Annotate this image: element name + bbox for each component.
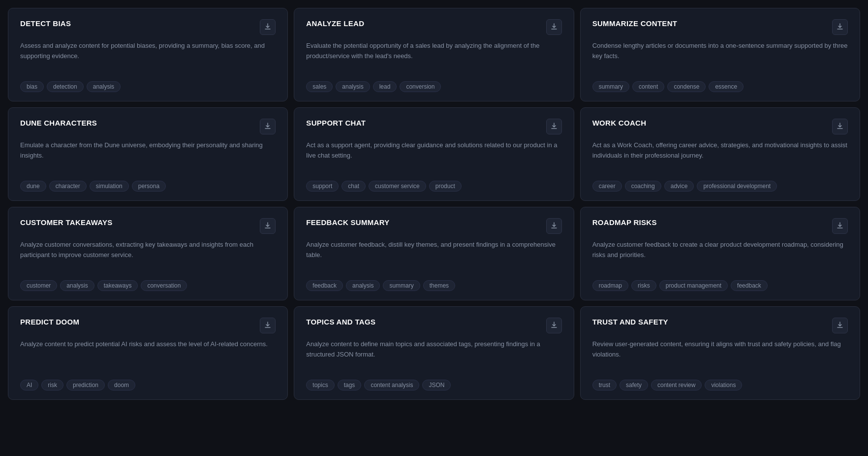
card-description: Analyze content to predict potential AI … [20,339,276,372]
card-title: ROADMAP RISKS [592,218,657,227]
card-tags: supportchatcustomer serviceproduct [306,181,561,192]
download-icon [837,322,843,330]
tag: product [429,181,462,192]
download-icon [264,222,271,230]
tag: feedback [306,280,343,291]
download-icon [837,123,843,131]
card-topics-and-tags: TOPICS AND TAGS Analyze content to defin… [294,306,574,400]
download-button[interactable] [832,218,848,234]
card-description: Act as a support agent, providing clear … [306,140,561,173]
card-description: Evaluate the potential opportunity of a … [306,41,561,73]
card-tags: customeranalysistakeawaysconversation [20,280,276,291]
tag: chat [341,181,366,192]
card-predict-doom: PREDICT DOOM Analyze content to predict … [8,306,288,400]
tag: sales [306,81,333,92]
download-button[interactable] [260,318,276,333]
tag: themes [423,280,455,291]
tag: content review [651,380,702,391]
card-title: CUSTOMER TAKEAWAYS [20,218,113,227]
card-detect-bias: DETECT BIAS Assess and analyze content f… [8,8,288,101]
card-title: PREDICT DOOM [20,318,79,326]
tag: risks [631,280,656,291]
download-button[interactable] [260,218,276,234]
tag: topics [306,380,334,391]
card-description: Act as a Work Coach, offering career adv… [592,140,848,173]
card-header: DETECT BIAS [20,19,276,35]
download-icon [551,123,558,131]
card-title: DETECT BIAS [20,19,71,28]
tag: analysis [346,280,380,291]
tag: trust [592,380,617,391]
cards-grid: DETECT BIAS Assess and analyze content f… [8,8,860,400]
download-icon [837,222,843,230]
download-button[interactable] [832,318,848,333]
card-analyze-lead: ANALYZE LEAD Evaluate the potential oppo… [294,8,574,101]
card-tags: summarycontentcondenseessence [592,81,848,92]
download-icon [837,23,843,32]
card-description: Review user-generated content, ensuring … [592,339,848,372]
download-button[interactable] [546,119,562,134]
card-tags: feedbackanalysissummarythemes [306,280,561,291]
card-feedback-summary: FEEDBACK SUMMARY Analyze customer feedba… [294,207,574,300]
tag: summary [592,81,629,92]
card-title: ANALYZE LEAD [306,19,364,28]
card-title: WORK COACH [592,119,647,127]
card-description: Analyze customer feedback to create a cl… [592,240,848,272]
tag: product management [659,280,728,291]
tag: advice [664,181,694,192]
card-title: TRUST AND SAFETY [592,318,668,326]
card-title: DUNE CHARACTERS [20,119,97,127]
card-description: Analyze content to define main topics an… [306,339,561,372]
card-description: Assess and analyze content for potential… [20,41,276,73]
tag: analysis [87,81,121,92]
card-header: SUMMARIZE CONTENT [592,19,848,35]
download-button[interactable] [832,19,848,35]
card-header: TOPICS AND TAGS [306,318,561,333]
card-tags: careercoachingadviceprofessional develop… [592,181,848,192]
tag: essence [709,81,744,92]
card-tags: roadmaprisksproduct managementfeedback [592,280,848,291]
tag: analysis [60,280,94,291]
card-dune-characters: DUNE CHARACTERS Emulate a character from… [8,107,288,201]
card-work-coach: WORK COACH Act as a Work Coach, offering… [580,107,860,201]
tag: customer [20,280,57,291]
card-title: FEEDBACK SUMMARY [306,218,389,227]
tag: content [632,81,664,92]
tag: professional development [697,181,777,192]
download-button[interactable] [260,119,276,134]
download-button[interactable] [546,318,562,333]
download-button[interactable] [260,19,276,35]
tag: career [592,181,622,192]
tag: analysis [336,81,370,92]
tag: conversion [400,81,441,92]
tag: detection [47,81,84,92]
card-trust-and-safety: TRUST AND SAFETY Review user-generated c… [580,306,860,400]
download-icon [551,222,558,230]
card-roadmap-risks: ROADMAP RISKS Analyze customer feedback … [580,207,860,300]
download-button[interactable] [832,119,848,134]
tag: simulation [90,181,129,192]
tag: safety [620,380,648,391]
tag: risk [41,380,63,391]
card-description: Emulate a character from the Dune univer… [20,140,276,173]
card-title: SUPPORT CHAT [306,119,366,127]
card-tags: salesanalysisleadconversion [306,81,561,92]
card-description: Analyze customer feedback, distill key t… [306,240,561,272]
tag: persona [132,181,166,192]
download-icon [551,322,558,330]
card-header: SUPPORT CHAT [306,119,561,134]
card-tags: topicstagscontent analysisJSON [306,380,561,391]
card-description: Analyze customer conversations, extracti… [20,240,276,272]
card-header: CUSTOMER TAKEAWAYS [20,218,276,234]
tag: summary [383,280,420,291]
tag: AI [20,380,38,391]
download-button[interactable] [546,19,562,35]
tag: feedback [731,280,768,291]
tag: content analysis [364,380,419,391]
download-button[interactable] [546,218,562,234]
card-description: Condense lengthy articles or documents i… [592,41,848,73]
download-icon [551,23,558,32]
card-header: TRUST AND SAFETY [592,318,848,333]
tag: doom [108,380,135,391]
card-tags: AIriskpredictiondoom [20,380,276,391]
